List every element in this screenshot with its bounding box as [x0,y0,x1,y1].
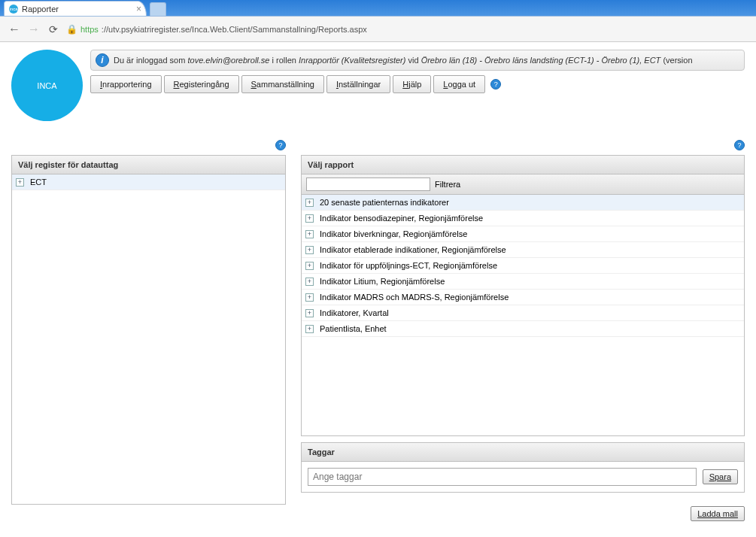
main-menu: InrapporteringRegisteringångSammanställn… [90,75,745,93]
report-item-label: 20 senaste patienternas indikatorer [320,198,449,207]
filter-input[interactable] [306,177,430,191]
report-item[interactable]: +Indikator MADRS och MADRS-S, Regionjämf… [302,290,744,305]
help-icon[interactable]: ? [734,140,745,150]
report-panel: Välj rapport Filtrera +20 senaste patien… [301,155,745,436]
report-item[interactable]: +Indikator bensodiazepiner, Regionjämför… [302,211,744,226]
report-item-label: Indikatorer, Kvartal [320,308,389,317]
report-item[interactable]: +Patientlista, Enhet [302,321,744,337]
login-info-bar: i Du är inloggad som tove.elvin@orebroll… [90,50,745,71]
expand-icon[interactable]: + [305,199,314,207]
report-item[interactable]: +Indikator för uppföljnings-ECT, Regionj… [302,258,744,274]
report-item-label: Indikator för uppföljnings-ECT, Regionjä… [320,261,497,270]
expand-icon[interactable]: + [16,178,24,187]
register-item[interactable]: +ECT [12,174,285,190]
tab-title: Rapporter [22,5,59,14]
menu-inrapportering[interactable]: Inrapportering [90,75,162,93]
url-path: ://utv.psykiatriregister.se/Inca.Web.Cli… [102,25,367,34]
report-list: +20 senaste patienternas indikatorer+Ind… [302,195,744,435]
help-icon[interactable]: ? [275,140,286,150]
menu-sammanst-llning[interactable]: Sammanställning [241,75,324,93]
register-panel: Välj register för datauttag +ECT [11,155,286,505]
save-button[interactable]: Spara [703,469,738,484]
tags-panel-title: Taggar [302,443,744,462]
new-tab-button[interactable] [150,2,166,16]
report-item[interactable]: +Indikatorer, Kvartal [302,305,744,321]
report-item-label: Indikator Litium, Regionjämförelse [320,277,445,286]
favicon-icon: inca [9,5,18,14]
expand-icon[interactable]: + [305,278,314,286]
report-item-label: Patientlista, Enhet [320,324,387,333]
help-icon[interactable]: ? [490,79,501,90]
expand-icon[interactable]: + [305,214,314,223]
expand-icon[interactable]: + [305,246,314,254]
address-bar[interactable]: 🔒 https://utv.psykiatriregister.se/Inca.… [66,24,367,35]
url-scheme: https [80,25,99,34]
close-icon[interactable]: × [136,4,141,14]
forward-icon: → [27,23,41,36]
expand-icon[interactable]: + [305,325,314,333]
inca-logo: INCA [11,50,83,121]
report-item[interactable]: +Indikator Litium, Regionjämförelse [302,274,744,290]
report-item-label: Indikator etablerade indikationer, Regio… [320,245,506,254]
expand-icon[interactable]: + [305,293,314,302]
expand-icon[interactable]: + [305,309,314,317]
menu-registering-ng[interactable]: Registeringång [164,75,239,93]
register-item-label: ECT [30,177,47,187]
report-panel-title: Välj rapport [302,156,744,174]
register-tree: +ECT [12,174,285,504]
load-template-button[interactable]: Ladda mall [691,506,745,521]
tags-panel: Taggar Spara [301,442,745,493]
report-item[interactable]: +Indikator etablerade indikationer, Regi… [302,242,744,258]
report-item-label: Indikator bensodiazepiner, Regionjämföre… [320,214,483,223]
expand-icon[interactable]: + [305,230,314,238]
filter-label: Filtrera [435,180,460,189]
back-icon[interactable]: ← [8,23,21,36]
browser-tabstrip: inca Rapporter × [0,0,756,17]
reload-icon[interactable]: ⟳ [47,23,60,35]
register-panel-title: Välj register för datauttag [12,156,285,174]
menu-logga-ut[interactable]: Logga ut [433,75,485,93]
report-item-label: Indikator MADRS och MADRS-S, Regionjämfö… [320,293,509,302]
report-item-label: Indikator biverkningar, Regionjämförelse [320,229,467,238]
menu-inst-llningar[interactable]: Inställningar [326,75,390,93]
info-text: Du är inloggad som tove.elvin@orebroll.s… [114,56,693,65]
menu-hj-lp[interactable]: Hjälp [393,75,431,93]
browser-tab[interactable]: inca Rapporter × [4,1,147,16]
tags-input[interactable] [308,468,697,486]
report-item[interactable]: +20 senaste patienternas indikatorer [302,195,744,211]
browser-toolbar: ← → ⟳ 🔒 https://utv.psykiatriregister.se… [0,17,756,42]
lock-icon: 🔒 [66,24,77,35]
expand-icon[interactable]: + [305,262,314,270]
filter-row: Filtrera [302,174,744,195]
report-item[interactable]: +Indikator biverkningar, Regionjämförels… [302,226,744,242]
info-icon: i [96,53,109,67]
